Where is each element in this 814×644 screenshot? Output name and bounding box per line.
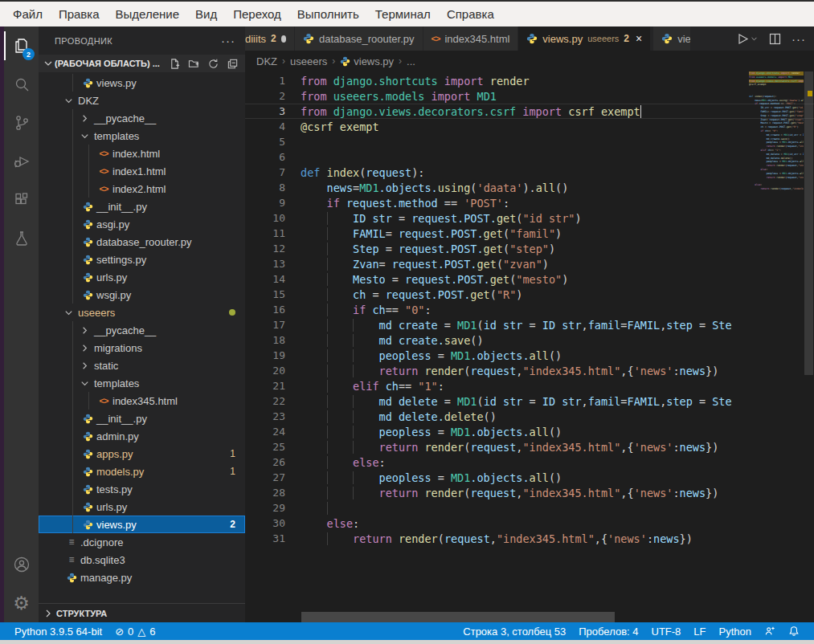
breadcrumb-item-views-py[interactable]: views.py (340, 55, 394, 67)
breadcrumb[interactable]: DKZ›useeers›views.py›... (245, 51, 814, 71)
settings-gear-icon[interactable]: ⚙ (4, 584, 39, 622)
line-number[interactable]: 13 (245, 258, 301, 270)
line-number[interactable]: 21 (245, 380, 301, 392)
breadcrumb-item-[interactable]: ... (407, 55, 415, 67)
tree-item-views-py[interactable]: views.py (39, 74, 245, 92)
menu-item-вид[interactable]: Вид (187, 2, 225, 26)
line-number[interactable]: 17 (245, 319, 301, 331)
breadcrumb-item-useeers[interactable]: useeers (290, 55, 327, 67)
code-line-13[interactable]: 13 Zvan= request.POST.get("zvan") (245, 256, 814, 271)
code-line-7[interactable]: 7def index(request): (245, 165, 814, 180)
code-line-27[interactable]: 27 peopless = MD1.objects.all() (245, 470, 814, 485)
tab-views-py[interactable]: views.pyuseeers2× (518, 26, 651, 51)
line-number[interactable]: 18 (245, 334, 301, 346)
line-number[interactable]: 31 (245, 532, 301, 544)
account-icon[interactable] (4, 545, 39, 584)
code-line-25[interactable]: 25 return render(request,"index345.html"… (245, 439, 814, 454)
collapse-folders-icon[interactable] (227, 58, 239, 70)
line-number[interactable]: 14 (245, 273, 301, 285)
code-line-17[interactable]: 17 md_create = MD1(id_str = ID_str,famil… (245, 317, 814, 332)
line-number[interactable]: 28 (245, 487, 301, 499)
line-number[interactable]: 9 (245, 197, 301, 209)
testing-icon[interactable] (4, 219, 39, 258)
line-number[interactable]: 5 (245, 136, 301, 148)
line-number[interactable]: 23 (245, 410, 301, 422)
code-line-6[interactable]: 6 (245, 149, 814, 165)
code-line-4[interactable]: 4@csrf_exempt (245, 119, 814, 134)
line-number[interactable]: 24 (245, 426, 301, 438)
tree-item-pycache[interactable]: __pycache__ (39, 321, 245, 339)
code-line-22[interactable]: 22 md_delete = MD1(id_str = ID_str,famil… (245, 393, 814, 409)
tree-item-dkz[interactable]: DKZ (39, 92, 245, 109)
status-encoding[interactable]: UTF-8 (645, 626, 688, 638)
vertical-scrollbar[interactable] (804, 71, 814, 622)
tree-item-db-sqlite3[interactable]: ≡db.sqlite3 (39, 551, 245, 569)
tree-item-urls-py[interactable]: urls.py (39, 498, 245, 516)
tree-item-useeers[interactable]: useeers (39, 304, 245, 321)
line-number[interactable]: 12 (245, 243, 301, 255)
split-editor-icon[interactable] (768, 32, 782, 46)
line-number[interactable]: 11 (245, 227, 301, 239)
code-line-9[interactable]: 9 if request.method == 'POST': (245, 195, 814, 210)
code-editor[interactable]: 1from django.shortcuts import render2fro… (245, 71, 814, 622)
code-line-20[interactable]: 20 return render(request,"index345.html"… (245, 363, 814, 378)
workspace-section-header[interactable]: (РАБОЧАЯ ОБЛАСТЬ) ... (39, 55, 245, 72)
more-actions-icon[interactable]: ··· (792, 32, 806, 46)
code-line-19[interactable]: 19 peopless = MD1.objects.all() (245, 348, 814, 363)
tree-item-index345-html[interactable]: <>index345.html (39, 392, 245, 410)
tree-item-views-py[interactable]: views.py2 (39, 516, 245, 533)
code-line-28[interactable]: 28 return render(request,"index345.html"… (245, 485, 814, 500)
line-number[interactable]: 1 (245, 75, 301, 87)
status-indentation[interactable]: Пробелов: 4 (572, 626, 644, 638)
tree-item-index1-html[interactable]: <>index1.html (39, 162, 245, 180)
line-number[interactable]: 22 (245, 395, 301, 407)
sidebar-more-actions-icon[interactable]: ··· (221, 34, 235, 47)
status-eol[interactable]: LF (687, 626, 712, 638)
code-line-1[interactable]: 1from django.shortcuts import render (245, 73, 814, 88)
tree-item-templates[interactable]: templates (39, 374, 245, 392)
code-line-21[interactable]: 21 elif ch== "1": (245, 378, 814, 393)
tree-item-templates[interactable]: templates (39, 127, 245, 145)
tree-item-manage-py[interactable]: manage.py (39, 569, 245, 586)
line-number[interactable]: 8 (245, 181, 301, 194)
code-line-18[interactable]: 18 md_create.save() (245, 332, 814, 348)
line-number[interactable]: 4 (245, 120, 301, 132)
code-line-10[interactable]: 10 ID_str = request.POST.get("id_str") (245, 210, 814, 226)
status-language[interactable]: Python (713, 626, 758, 638)
line-number[interactable]: 3 (245, 105, 301, 117)
close-icon[interactable]: × (636, 32, 642, 45)
tree-item-init-py[interactable]: __init__.py (39, 198, 245, 215)
code-line-2[interactable]: 2from useeers.models import MD1 (245, 88, 814, 104)
line-number[interactable]: 25 (245, 441, 301, 453)
code-line-3[interactable]: 3from django.views.decorators.csrf impor… (245, 104, 814, 119)
line-number[interactable]: 20 (245, 365, 301, 377)
menu-item-правка[interactable]: Правка (51, 2, 108, 26)
code-line-29[interactable]: 29 (245, 500, 814, 516)
line-number[interactable]: 15 (245, 288, 301, 300)
tree-item-database-roouter-py[interactable]: database_roouter.py (39, 233, 245, 251)
outline-section-header[interactable]: СТРУКТУРА (39, 603, 245, 622)
code-line-15[interactable]: 15 ch = request.POST.get("R") (245, 287, 814, 302)
menu-item-выполнить[interactable]: Выполнить (289, 2, 367, 26)
explorer-icon[interactable]: 2 (4, 26, 39, 65)
refresh-icon[interactable] (207, 58, 219, 70)
extensions-icon[interactable] (4, 181, 39, 219)
search-icon[interactable] (4, 65, 39, 104)
code-line-8[interactable]: 8 news=MD1.objects.using('daata').all() (245, 180, 814, 195)
line-number[interactable]: 16 (245, 304, 301, 316)
code-line-24[interactable]: 24 peopless = MD1.objects.all() (245, 424, 814, 439)
source-control-icon[interactable] (4, 104, 39, 142)
run-debug-icon[interactable] (4, 142, 39, 181)
status-cursor-position[interactable]: Строка 3, столбец 53 (456, 626, 572, 638)
tree-item-migrations[interactable]: migrations (39, 339, 245, 357)
scrollbar-handle[interactable] (804, 71, 813, 375)
menu-item-справка[interactable]: Справка (439, 2, 502, 26)
line-number[interactable]: 7 (245, 166, 301, 178)
horizontal-scrollbar[interactable] (301, 612, 615, 622)
code-line-26[interactable]: 26 else: (245, 454, 814, 470)
dirty-indicator[interactable] (281, 35, 286, 43)
line-number[interactable]: 30 (245, 517, 301, 529)
new-folder-icon[interactable] (188, 58, 200, 70)
line-number[interactable]: 29 (245, 502, 301, 514)
code-lines[interactable]: 1from django.shortcuts import render2fro… (245, 73, 814, 546)
